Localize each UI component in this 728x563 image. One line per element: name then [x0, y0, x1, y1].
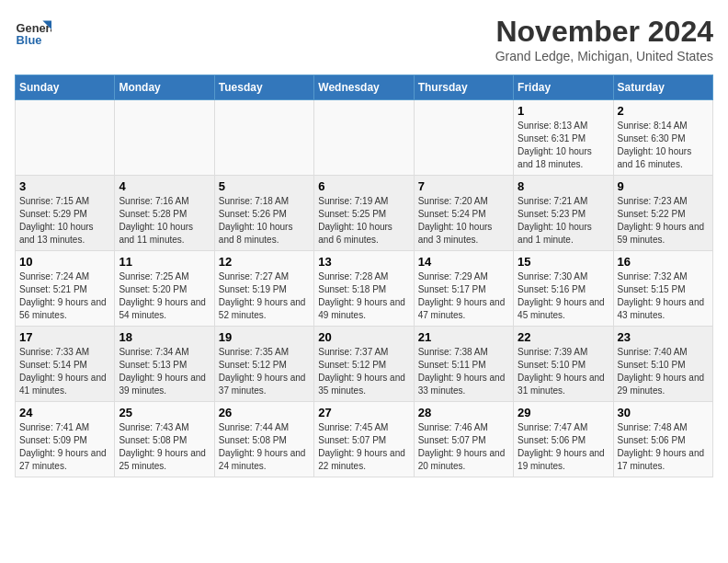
day-number: 23 — [618, 330, 709, 344]
day-number: 27 — [318, 406, 409, 419]
calendar-day-cell: 18Sunrise: 7:34 AM Sunset: 5:13 PM Dayli… — [115, 327, 214, 402]
day-number: 26 — [219, 406, 310, 419]
day-info: Sunrise: 7:35 AM Sunset: 5:12 PM Dayligh… — [219, 346, 310, 397]
calendar-week-row: 17Sunrise: 7:33 AM Sunset: 5:14 PM Dayli… — [16, 327, 713, 402]
day-info: Sunrise: 7:18 AM Sunset: 5:26 PM Dayligh… — [219, 195, 310, 247]
page-header: General Blue November 2024 Grand Ledge, … — [15, 15, 713, 63]
weekday-header-cell: Wednesday — [314, 75, 414, 100]
day-info: Sunrise: 7:27 AM Sunset: 5:19 PM Dayligh… — [219, 270, 310, 322]
svg-text:Blue: Blue — [17, 33, 42, 47]
logo: General Blue — [15, 15, 51, 52]
day-info: Sunrise: 7:23 AM Sunset: 5:22 PM Dayligh… — [618, 195, 709, 247]
weekday-header-cell: Tuesday — [214, 75, 313, 100]
day-number: 21 — [418, 330, 509, 344]
calendar-day-cell: 22Sunrise: 7:39 AM Sunset: 5:10 PM Dayli… — [514, 327, 613, 402]
calendar-day-cell: 11Sunrise: 7:25 AM Sunset: 5:20 PM Dayli… — [115, 251, 214, 327]
calendar-day-cell: 8Sunrise: 7:21 AM Sunset: 5:23 PM Daylig… — [514, 176, 613, 251]
day-info: Sunrise: 7:45 AM Sunset: 5:07 PM Dayligh… — [318, 421, 409, 473]
day-info: Sunrise: 7:21 AM Sunset: 5:23 PM Dayligh… — [518, 195, 609, 247]
day-number: 9 — [618, 179, 709, 193]
calendar-day-cell: 1Sunrise: 8:13 AM Sunset: 6:31 PM Daylig… — [514, 100, 613, 176]
calendar-table: SundayMondayTuesdayWednesdayThursdayFrid… — [15, 75, 713, 477]
weekday-header-cell: Sunday — [16, 75, 115, 100]
calendar-day-cell: 10Sunrise: 7:24 AM Sunset: 5:21 PM Dayli… — [16, 251, 115, 327]
weekday-header-cell: Thursday — [414, 75, 513, 100]
day-number: 13 — [318, 255, 409, 269]
calendar-week-row: 24Sunrise: 7:41 AM Sunset: 5:09 PM Dayli… — [16, 402, 713, 477]
day-info: Sunrise: 7:43 AM Sunset: 5:08 PM Dayligh… — [119, 421, 210, 473]
day-info: Sunrise: 7:41 AM Sunset: 5:09 PM Dayligh… — [19, 421, 110, 473]
day-number: 25 — [119, 406, 210, 419]
weekday-header-cell: Saturday — [613, 75, 712, 100]
day-number: 18 — [119, 330, 210, 344]
calendar-day-cell: 27Sunrise: 7:45 AM Sunset: 5:07 PM Dayli… — [314, 402, 414, 477]
day-number: 28 — [418, 406, 509, 419]
calendar-day-cell: 2Sunrise: 8:14 AM Sunset: 6:30 PM Daylig… — [613, 100, 712, 176]
calendar-day-cell: 9Sunrise: 7:23 AM Sunset: 5:22 PM Daylig… — [613, 176, 712, 251]
calendar-day-cell: 16Sunrise: 7:32 AM Sunset: 5:15 PM Dayli… — [613, 251, 712, 327]
day-number: 3 — [19, 179, 110, 193]
calendar-day-cell: 12Sunrise: 7:27 AM Sunset: 5:19 PM Dayli… — [214, 251, 313, 327]
day-info: Sunrise: 7:28 AM Sunset: 5:18 PM Dayligh… — [318, 270, 409, 322]
day-number: 17 — [19, 330, 110, 344]
day-number: 11 — [119, 255, 210, 269]
day-number: 30 — [618, 406, 709, 419]
day-info: Sunrise: 7:32 AM Sunset: 5:15 PM Dayligh… — [618, 270, 709, 322]
day-info: Sunrise: 7:39 AM Sunset: 5:10 PM Dayligh… — [518, 346, 609, 397]
day-info: Sunrise: 7:33 AM Sunset: 5:14 PM Dayligh… — [19, 346, 110, 397]
day-number: 14 — [418, 255, 509, 269]
day-number: 12 — [219, 255, 310, 269]
calendar-day-cell: 13Sunrise: 7:28 AM Sunset: 5:18 PM Dayli… — [314, 251, 414, 327]
calendar-day-cell: 29Sunrise: 7:47 AM Sunset: 5:06 PM Dayli… — [514, 402, 613, 477]
calendar-day-cell: 20Sunrise: 7:37 AM Sunset: 5:12 PM Dayli… — [314, 327, 414, 402]
day-number: 7 — [418, 179, 509, 193]
calendar-day-cell: 4Sunrise: 7:16 AM Sunset: 5:28 PM Daylig… — [115, 176, 214, 251]
day-info: Sunrise: 7:19 AM Sunset: 5:25 PM Dayligh… — [318, 195, 409, 247]
weekday-header-cell: Monday — [115, 75, 214, 100]
calendar-day-cell: 15Sunrise: 7:30 AM Sunset: 5:16 PM Dayli… — [514, 251, 613, 327]
day-info: Sunrise: 7:15 AM Sunset: 5:29 PM Dayligh… — [19, 195, 110, 247]
day-info: Sunrise: 7:48 AM Sunset: 5:06 PM Dayligh… — [618, 421, 709, 473]
calendar-day-cell: 24Sunrise: 7:41 AM Sunset: 5:09 PM Dayli… — [16, 402, 115, 477]
day-number: 19 — [219, 330, 310, 344]
day-number: 8 — [518, 179, 609, 193]
day-number: 6 — [318, 179, 409, 193]
calendar-day-cell: 25Sunrise: 7:43 AM Sunset: 5:08 PM Dayli… — [115, 402, 214, 477]
day-number: 16 — [618, 255, 709, 269]
day-info: Sunrise: 7:30 AM Sunset: 5:16 PM Dayligh… — [518, 270, 609, 322]
calendar-day-cell: 28Sunrise: 7:46 AM Sunset: 5:07 PM Dayli… — [414, 402, 513, 477]
day-info: Sunrise: 8:14 AM Sunset: 6:30 PM Dayligh… — [618, 120, 709, 171]
day-number: 29 — [518, 406, 609, 419]
calendar-week-row: 10Sunrise: 7:24 AM Sunset: 5:21 PM Dayli… — [16, 251, 713, 327]
day-info: Sunrise: 7:38 AM Sunset: 5:11 PM Dayligh… — [418, 346, 509, 397]
calendar-day-cell: 21Sunrise: 7:38 AM Sunset: 5:11 PM Dayli… — [414, 327, 513, 402]
location-subtitle: Grand Ledge, Michigan, United States — [495, 49, 713, 63]
day-info: Sunrise: 8:13 AM Sunset: 6:31 PM Dayligh… — [518, 120, 609, 171]
day-info: Sunrise: 7:16 AM Sunset: 5:28 PM Dayligh… — [119, 195, 210, 247]
calendar-day-cell: 23Sunrise: 7:40 AM Sunset: 5:10 PM Dayli… — [613, 327, 712, 402]
day-info: Sunrise: 7:40 AM Sunset: 5:10 PM Dayligh… — [618, 346, 709, 397]
calendar-day-cell: 17Sunrise: 7:33 AM Sunset: 5:14 PM Dayli… — [16, 327, 115, 402]
calendar-week-row: 3Sunrise: 7:15 AM Sunset: 5:29 PM Daylig… — [16, 176, 713, 251]
day-info: Sunrise: 7:37 AM Sunset: 5:12 PM Dayligh… — [318, 346, 409, 397]
calendar-day-cell: 6Sunrise: 7:19 AM Sunset: 5:25 PM Daylig… — [314, 176, 414, 251]
title-block: November 2024 Grand Ledge, Michigan, Uni… — [495, 15, 713, 63]
calendar-week-row: 1Sunrise: 8:13 AM Sunset: 6:31 PM Daylig… — [16, 100, 713, 176]
day-number: 4 — [119, 179, 210, 193]
day-info: Sunrise: 7:46 AM Sunset: 5:07 PM Dayligh… — [418, 421, 509, 473]
calendar-day-cell: 26Sunrise: 7:44 AM Sunset: 5:08 PM Dayli… — [214, 402, 313, 477]
calendar-body: 1Sunrise: 8:13 AM Sunset: 6:31 PM Daylig… — [16, 100, 713, 477]
calendar-day-cell — [314, 100, 414, 176]
calendar-day-cell — [414, 100, 513, 176]
day-info: Sunrise: 7:44 AM Sunset: 5:08 PM Dayligh… — [219, 421, 310, 473]
weekday-header-cell: Friday — [514, 75, 613, 100]
day-number: 22 — [518, 330, 609, 344]
calendar-day-cell: 3Sunrise: 7:15 AM Sunset: 5:29 PM Daylig… — [16, 176, 115, 251]
calendar-day-cell — [115, 100, 214, 176]
calendar-day-cell: 5Sunrise: 7:18 AM Sunset: 5:26 PM Daylig… — [214, 176, 313, 251]
calendar-day-cell: 30Sunrise: 7:48 AM Sunset: 5:06 PM Dayli… — [613, 402, 712, 477]
day-info: Sunrise: 7:25 AM Sunset: 5:20 PM Dayligh… — [119, 270, 210, 322]
calendar-day-cell: 19Sunrise: 7:35 AM Sunset: 5:12 PM Dayli… — [214, 327, 313, 402]
calendar-day-cell — [214, 100, 313, 176]
day-number: 1 — [518, 104, 609, 118]
